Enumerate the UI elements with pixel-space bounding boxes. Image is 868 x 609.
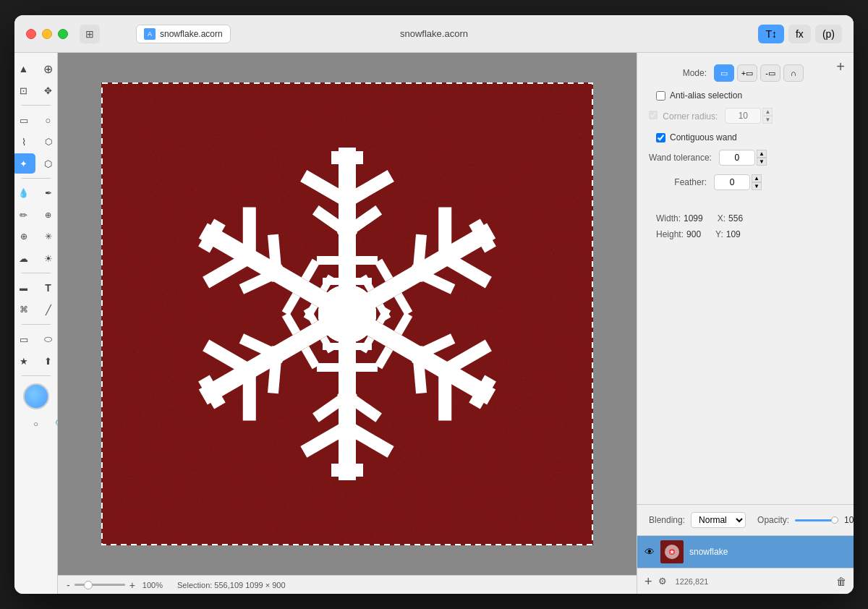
polygon-select-tool[interactable]: ⬡: [37, 132, 60, 152]
heal-tool[interactable]: ⊕: [37, 205, 60, 225]
tool-row-2: ⊡ ✥: [14, 80, 60, 101]
anti-alias-label: Anti-alias selection: [670, 90, 742, 101]
rect-shape-tool[interactable]: ▭: [14, 329, 35, 349]
canvas-image: [101, 82, 593, 545]
wand-tolerance-row: Wand tolerance: ▲ ▼: [649, 150, 842, 166]
sidebar-toggle-button[interactable]: ⊞: [80, 25, 100, 43]
clone-tool[interactable]: ⊕: [14, 226, 35, 247]
width-item: Width: 1099: [656, 213, 703, 223]
layers-add-button[interactable]: +: [644, 575, 652, 588]
x-value: 556: [728, 213, 743, 223]
blending-select[interactable]: Normal Multiply Screen Overlay Darken Li…: [691, 512, 746, 528]
feather-input[interactable]: [714, 174, 750, 190]
mode-label: Mode:: [649, 68, 714, 78]
feather-input-stepper: ▲ ▼: [714, 174, 762, 190]
wand-tolerance-down[interactable]: ▼: [757, 158, 767, 166]
tool-row-12: ▭ ⬭: [14, 329, 60, 349]
effects-tool[interactable]: ✳: [37, 226, 60, 247]
paint-bucket-tool[interactable]: ⬡: [37, 153, 60, 174]
minimize-button[interactable]: [42, 29, 52, 39]
corner-radius-row: Corner radius: ▲ ▼: [649, 108, 842, 124]
transform-tool[interactable]: ✥: [37, 80, 60, 101]
add-panel-button[interactable]: +: [836, 59, 845, 75]
mode-buttons: ▭ +▭ -▭ ∩: [714, 64, 804, 82]
mode-row: Mode: ▭ +▭ -▭ ∩: [649, 64, 842, 82]
layer-visibility-icon[interactable]: 👁: [644, 546, 655, 558]
cloud-tool[interactable]: ☁: [14, 248, 35, 268]
rect-select-tool[interactable]: ▭: [14, 110, 35, 130]
intersect-mode-button[interactable]: ∩: [783, 64, 804, 82]
pen-tool[interactable]: ✒: [37, 183, 60, 203]
main-window: ⊞ A snowflake.acorn snowflake.acorn T↕ f…: [14, 15, 854, 594]
feather-down[interactable]: ▼: [752, 182, 762, 190]
corner-radius-input[interactable]: [725, 108, 761, 124]
toolbar: ▲ ⊕ ⊡ ✥ ▭ ○ ⌇ ⬡ ✦ ⬡ 💧 ✒: [14, 53, 58, 594]
star-tool[interactable]: ★: [14, 351, 35, 371]
corner-radius-down[interactable]: ▼: [762, 116, 773, 124]
back-color-tool[interactable]: ○: [25, 414, 48, 434]
tool-row-1: ▲ ⊕: [14, 59, 60, 79]
tool-divider-5: [22, 375, 51, 376]
zoom-slider[interactable]: [75, 584, 125, 586]
main-area: ▲ ⊕ ⊡ ✥ ▭ ○ ⌇ ⬡ ✦ ⬡ 💧 ✒: [14, 53, 854, 594]
subtract-mode-button[interactable]: -▭: [760, 64, 780, 82]
ellipse-shape-tool[interactable]: ⬭: [37, 329, 60, 349]
layer-item[interactable]: 👁 snowflake: [637, 536, 854, 568]
corner-radius-label: Corner radius:: [649, 111, 725, 122]
corner-radius-up[interactable]: ▲: [762, 108, 773, 116]
tool-row-5: ✦ ⬡: [14, 153, 60, 174]
contiguous-wand-checkbox[interactable]: [656, 133, 665, 142]
titlebar: ⊞ A snowflake.acorn snowflake.acorn T↕ f…: [14, 15, 854, 53]
p-panel-button[interactable]: (p): [815, 25, 842, 43]
bezier-tool[interactable]: ⌘: [14, 299, 35, 320]
blending-label: Blending:: [649, 515, 685, 525]
feather-up[interactable]: ▲: [752, 174, 762, 182]
y-label: Y:: [715, 229, 723, 239]
x-label: X:: [718, 213, 726, 223]
p-panel-label: (p): [822, 28, 835, 40]
arrow-tool[interactable]: ▲: [14, 59, 35, 79]
arrow-shape-tool[interactable]: ⬆: [37, 351, 60, 371]
lasso-tool[interactable]: ⌇: [14, 132, 35, 152]
add-mode-button[interactable]: +▭: [737, 64, 757, 82]
eyedropper-tool[interactable]: 💧: [14, 183, 35, 203]
fore-color-tool[interactable]: ◑: [14, 414, 23, 434]
text-tool[interactable]: T: [37, 278, 60, 298]
layers-settings-button[interactable]: ⚙: [658, 576, 667, 586]
wand-tolerance-input[interactable]: [719, 150, 755, 166]
canvas-area: - + 100% Selection: 556,109 1099 × 900: [58, 53, 637, 594]
selection-status: Selection: 556,109 1099 × 900: [177, 581, 286, 589]
layer-thumbnail: [660, 540, 684, 563]
tool-row-10: ▬ T: [14, 278, 60, 298]
opacity-slider[interactable]: [795, 519, 838, 521]
ellipse-select-tool[interactable]: ○: [37, 110, 60, 130]
magic-wand-tool[interactable]: ✦: [14, 153, 35, 174]
zoom-minus-label[interactable]: -: [67, 579, 70, 591]
tool-row-6: 💧 ✒: [14, 183, 60, 203]
canvas-wrapper[interactable]: [58, 53, 637, 575]
tool-row-7: ✏ ⊕: [14, 205, 60, 225]
opacity-label: Opacity:: [757, 515, 789, 525]
color-swatch[interactable]: [23, 383, 49, 409]
anti-alias-checkbox[interactable]: [656, 91, 665, 101]
close-button[interactable]: [26, 29, 36, 39]
brush-tool[interactable]: ✏: [14, 205, 35, 225]
fx-panel-button[interactable]: fx: [788, 25, 811, 43]
zoom-plus-label[interactable]: +: [129, 579, 135, 591]
crop-tool[interactable]: ⊡: [14, 80, 35, 101]
doc-tab-label: snowflake.acorn: [160, 29, 223, 39]
doc-tab[interactable]: A snowflake.acorn: [136, 25, 231, 43]
rect-mode-button[interactable]: ▭: [714, 64, 734, 82]
width-value: 1099: [684, 213, 703, 223]
sun-tool[interactable]: ☀: [37, 248, 60, 268]
tools-panel-button[interactable]: T↕: [758, 25, 784, 43]
tool-divider-1: [22, 105, 51, 106]
doc-icon: A: [144, 28, 156, 40]
zoom-tool[interactable]: ⊕: [37, 59, 60, 79]
canvas-statusbar: - + 100% Selection: 556,109 1099 × 900: [58, 575, 637, 594]
line-tool[interactable]: ╱: [37, 299, 60, 320]
layers-delete-button[interactable]: 🗑: [836, 576, 846, 587]
gradient-tool[interactable]: ▬: [14, 278, 35, 298]
maximize-button[interactable]: [58, 29, 68, 39]
wand-tolerance-up[interactable]: ▲: [757, 150, 767, 158]
